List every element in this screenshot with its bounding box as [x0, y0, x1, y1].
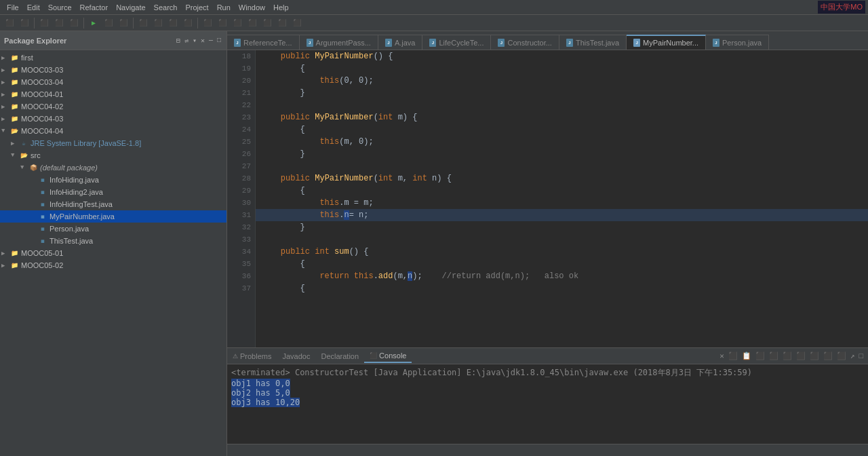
code-line-30: this.m = m; [256, 197, 868, 209]
label-infohidingtest: InfoHidingTest.java [50, 200, 113, 208]
arrow-src: ▼ [11, 152, 19, 159]
tab-constructor[interactable]: J Constructor... [491, 35, 559, 50]
console-btn-1[interactable]: ✕ [717, 351, 726, 361]
tab-label-constructor: Constructor... [507, 39, 551, 47]
tree-item-first[interactable]: ▶ 📁 first [0, 52, 226, 64]
menu-file[interactable]: File [3, 3, 23, 12]
package-explorer-panel: Package Explorer ⊟ ⇌ ▾ ✕ — □ ▶ 📁 first ▶… [0, 31, 227, 456]
tree-item-mypairnumber[interactable]: ◼ MyPairNumber.java [0, 210, 226, 223]
code-line-35: { [256, 258, 868, 270]
toolbar-btn-16[interactable]: ⬛ [245, 17, 259, 29]
tab-thistest[interactable]: J ThisTest.java [559, 35, 627, 50]
tree-item-default-pkg[interactable]: ▼ 📦 (default package) [0, 162, 226, 174]
console-btn-6[interactable]: ⬛ [781, 351, 794, 361]
toolbar-btn-13[interactable]: ⬛ [201, 17, 214, 29]
menu-run[interactable]: Run [213, 3, 235, 12]
tree-item-infohiding2[interactable]: ◼ InfoHiding2.java [0, 186, 226, 198]
toolbar-btn-19[interactable]: ⬛ [290, 17, 304, 29]
toolbar-btn-1[interactable]: ⬛ [3, 17, 16, 29]
toolbar-btn-14[interactable]: ⬛ [216, 17, 229, 29]
toolbar-btn-17[interactable]: ⬛ [260, 17, 274, 29]
toolbar-btn-18[interactable]: ⬛ [275, 17, 289, 29]
tree-item-mooc04-04[interactable]: ▼ 📂 MOOC04-04 [0, 125, 226, 137]
tree-item-mooc04-02[interactable]: ▶ 📁 MOOC04-02 [0, 100, 226, 113]
toolbar-btn-2[interactable]: ⬛ [18, 17, 31, 29]
tab-icon-mypairnumber: J [633, 39, 640, 47]
toolbar-btn-11[interactable]: ⬛ [166, 17, 180, 29]
menu-search[interactable]: Search [150, 3, 182, 12]
menu-edit[interactable]: Edit [23, 3, 44, 12]
sidebar-close-icon[interactable]: ✕ [199, 36, 206, 45]
code-line-23: public MyPairNumber(int m) { [256, 111, 868, 124]
toolbar-run[interactable]: ▶ [87, 17, 100, 29]
tree-item-person[interactable]: ◼ Person.java [0, 223, 226, 235]
code-line-19: { [256, 62, 868, 75]
tab-reference-te[interactable]: J ReferenceTe... [227, 35, 300, 50]
menu-refactor[interactable]: Refactor [76, 3, 113, 12]
console-btn-2[interactable]: ⬛ [726, 351, 740, 361]
tab-declaration[interactable]: Declaration [315, 349, 364, 363]
menu-source[interactable]: Source [44, 3, 76, 12]
code-line-21: } [256, 87, 868, 99]
console-toolbar: ✕ ⬛ 📋 ⬛ ⬛ ⬛ ⬛ ⬛ ⬛ ⬛ ↗ □ [715, 351, 868, 361]
tab-label-thistest: ThisTest.java [576, 39, 619, 47]
menu-project[interactable]: Project [181, 3, 212, 12]
toolbar-btn-8[interactable]: ⬛ [117, 17, 130, 29]
menu-navigate[interactable]: Navigate [112, 3, 149, 12]
tab-argument-pass[interactable]: J ArgumentPass... [300, 35, 378, 50]
toolbar-btn-10[interactable]: ⬛ [151, 17, 165, 29]
tab-a-java[interactable]: J A.java [378, 35, 423, 50]
toolbar-btn-5[interactable]: ⬛ [67, 17, 81, 29]
tree-item-infohidingtest[interactable]: ◼ InfoHidingTest.java [0, 198, 226, 210]
line-num-22: 22 [227, 99, 255, 111]
toolbar-btn-3[interactable]: ⬛ [37, 17, 51, 29]
bottom-panel: ⚠ Problems Javadoc Declaration ⬛ Console… [227, 347, 868, 456]
tab-lifecycle[interactable]: J LifeCycleTe... [422, 35, 491, 50]
sidebar-link-icon[interactable]: ⇌ [183, 36, 190, 45]
menu-help[interactable]: Help [269, 3, 293, 12]
code-line-34: public int sum() { [256, 246, 868, 258]
console-btn-4[interactable]: ⬛ [753, 351, 767, 361]
code-text[interactable]: public MyPairNumber() { { this(0, 0); } [256, 50, 868, 347]
arrow-first: ▶ [1, 54, 9, 62]
sidebar-toolbar: ⊟ ⇌ ▾ ✕ — □ [175, 36, 222, 45]
console-btn-8[interactable]: ⬛ [808, 351, 821, 361]
code-editor[interactable]: 18 19 20 21 22 23 24 25 26 27 28 29 30 3… [227, 50, 868, 347]
sidebar-collapse-icon[interactable]: ⊟ [175, 36, 182, 45]
toolbar-btn-9[interactable]: ⬛ [136, 17, 150, 29]
console-btn-5[interactable]: ⬛ [767, 351, 781, 361]
tree-item-mooc03-04[interactable]: ▶ 📁 MOOC03-04 [0, 76, 226, 88]
tree-item-thistest[interactable]: ◼ ThisTest.java [0, 235, 226, 247]
tree-item-mooc03-03[interactable]: ▶ 📁 MOOC03-03 [0, 64, 226, 76]
tab-javadoc[interactable]: Javadoc [277, 349, 315, 363]
console-output-3: obj3 has 10,20 [231, 398, 300, 407]
toolbar-btn-12[interactable]: ⬛ [181, 17, 195, 29]
tree-item-jre[interactable]: ▶ ☕ JRE System Library [JavaSE-1.8] [0, 137, 226, 149]
console-btn-3[interactable]: 📋 [740, 351, 753, 361]
menu-window[interactable]: Window [235, 3, 269, 12]
sidebar-min-icon[interactable]: — [208, 36, 214, 45]
folder-icon-first: 📁 [9, 53, 19, 62]
tab-label-reference-te: ReferenceTe... [243, 39, 292, 47]
sidebar-max-icon[interactable]: □ [216, 36, 222, 45]
toolbar-btn-4[interactable]: ⬛ [52, 17, 66, 29]
console-btn-11[interactable]: ↗ [848, 351, 857, 361]
tab-console[interactable]: ⬛ Console [364, 349, 412, 363]
sidebar-menu-icon[interactable]: ▾ [191, 36, 198, 45]
console-btn-12[interactable]: □ [856, 352, 865, 361]
console-btn-10[interactable]: ⬛ [835, 351, 848, 361]
tab-person[interactable]: J Person.java [706, 35, 769, 50]
tree-item-infohiding[interactable]: ◼ InfoHiding.java [0, 174, 226, 186]
tree-item-src[interactable]: ▼ 📂 src [0, 149, 226, 162]
tab-mypairnumber[interactable]: J MyPairNumber... [627, 35, 706, 50]
tab-problems[interactable]: ⚠ Problems [227, 349, 277, 363]
toolbar-btn-15[interactable]: ⬛ [231, 17, 244, 29]
console-btn-9[interactable]: ⬛ [821, 351, 835, 361]
toolbar-btn-7[interactable]: ⬛ [102, 17, 115, 29]
console-btn-7[interactable]: ⬛ [794, 351, 808, 361]
menu-bar: File Edit Source Refactor Navigate Searc… [0, 0, 868, 15]
tree-item-mooc04-03[interactable]: ▶ 📁 MOOC04-03 [0, 113, 226, 125]
tree-item-mooc05-02[interactable]: ▶ 📁 MOOC05-02 [0, 259, 226, 271]
tree-item-mooc05-01[interactable]: ▶ 📁 MOOC05-01 [0, 247, 226, 259]
tree-item-mooc04-01[interactable]: ▶ 📁 MOOC04-01 [0, 88, 226, 100]
